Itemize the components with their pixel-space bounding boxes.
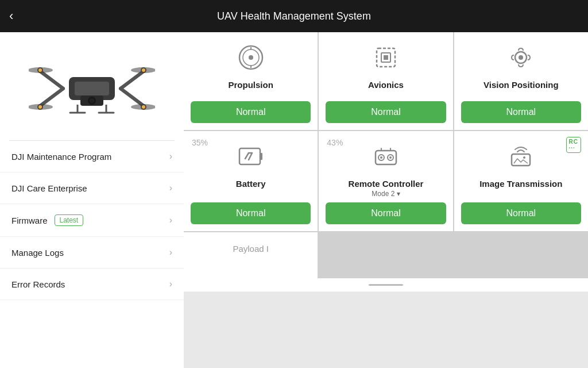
svg-rect-36 xyxy=(260,153,262,160)
propulsion-label: Propulsion xyxy=(228,80,273,90)
sidebar-item-label: Error Records xyxy=(11,279,65,289)
svg-rect-13 xyxy=(75,82,109,95)
battery-card[interactable]: 35% Battery Normal xyxy=(184,131,318,231)
image-transmission-card[interactable]: RC··· Image Transmission Normal xyxy=(454,131,588,231)
svg-point-16 xyxy=(90,98,94,103)
back-button[interactable]: ‹ xyxy=(9,9,13,24)
svg-point-44 xyxy=(389,156,392,159)
svg-line-37 xyxy=(245,153,249,159)
payload-card[interactable]: Payload I xyxy=(184,232,318,278)
firmware-badge: Latest xyxy=(55,214,84,226)
propulsion-card[interactable]: Propulsion Normal xyxy=(184,32,318,130)
avionics-icon xyxy=(372,44,400,75)
main-content: DJI Maintenance Program › DJI Care Enter… xyxy=(0,32,588,368)
rc-mode: Mode 2 ▾ xyxy=(372,190,400,198)
rc-percentage: 43% xyxy=(327,138,343,147)
image-transmission-label: Image Transmission xyxy=(479,179,562,189)
chevron-icon: › xyxy=(169,279,172,289)
svg-point-24 xyxy=(142,105,145,109)
battery-label: Battery xyxy=(236,179,266,189)
payload-label: Payload I xyxy=(233,244,269,254)
avionics-status: Normal xyxy=(326,101,446,123)
chevron-icon: › xyxy=(169,247,172,258)
propulsion-status: Normal xyxy=(191,101,311,123)
app-header: ‹ UAV Health Management System xyxy=(0,0,588,32)
svg-point-23 xyxy=(38,105,42,109)
svg-rect-32 xyxy=(384,55,388,60)
svg-line-0 xyxy=(40,71,63,89)
vision-label: Vision Positioning xyxy=(483,80,559,90)
sidebar-item-manage-logs[interactable]: Manage Logs › xyxy=(0,237,184,269)
scroll-indicator xyxy=(369,284,403,286)
svg-point-22 xyxy=(142,68,145,72)
chevron-icon: › xyxy=(169,183,172,193)
battery-icon xyxy=(237,143,265,174)
svg-line-39 xyxy=(249,153,252,160)
rc-status: Normal xyxy=(326,202,446,224)
health-panel: Propulsion Normal Avionics Normal xyxy=(184,32,588,368)
svg-line-3 xyxy=(121,89,144,106)
chevron-icon: › xyxy=(169,215,172,225)
svg-point-43 xyxy=(380,156,382,159)
firmware-left: Firmware Latest xyxy=(11,214,83,226)
image-transmission-status: Normal xyxy=(461,202,581,224)
sidebar-item-firmware[interactable]: Firmware Latest › xyxy=(0,204,184,237)
svg-point-34 xyxy=(519,55,523,60)
sidebar-item-dji-maintenance[interactable]: DJI Maintenance Program › xyxy=(0,141,184,172)
sidebar-item-label: DJI Maintenance Program xyxy=(11,152,111,162)
svg-line-1 xyxy=(121,71,144,89)
battery-percentage: 35% xyxy=(192,138,208,147)
battery-status: Normal xyxy=(191,202,311,224)
vision-card[interactable]: Vision Positioning Normal xyxy=(454,32,588,130)
remote-controller-card[interactable]: 43% Remote Controller Mode 2 ▾ Normal xyxy=(319,131,452,231)
avionics-label: Avionics xyxy=(368,80,404,90)
vision-status: Normal xyxy=(461,101,581,123)
sidebar-item-dji-care[interactable]: DJI Care Enterprise › xyxy=(0,172,184,204)
rc-label: Remote Controller xyxy=(349,179,424,189)
svg-rect-47 xyxy=(512,154,530,166)
sidebar: DJI Maintenance Program › DJI Care Enter… xyxy=(0,32,184,368)
vision-icon xyxy=(507,44,535,75)
sidebar-item-error-records[interactable]: Error Records › xyxy=(0,269,184,300)
sidebar-item-label: Manage Logs xyxy=(11,248,64,258)
page-title: UAV Health Management System xyxy=(217,10,371,22)
sidebar-item-label: DJI Care Enterprise xyxy=(11,183,87,193)
svg-line-2 xyxy=(40,89,63,106)
svg-point-21 xyxy=(38,68,42,72)
svg-point-48 xyxy=(523,156,525,159)
avionics-card[interactable]: Avionics Normal xyxy=(319,32,452,130)
chevron-icon: › xyxy=(169,151,172,162)
image-transmission-icon xyxy=(507,143,535,174)
rc-badge: RC··· xyxy=(566,137,581,153)
remote-controller-icon xyxy=(372,143,400,174)
svg-point-27 xyxy=(249,55,253,60)
propulsion-icon xyxy=(237,44,265,75)
health-grid: Propulsion Normal Avionics Normal xyxy=(184,32,588,278)
drone-image xyxy=(0,37,184,140)
sidebar-item-label: Firmware xyxy=(11,216,48,225)
